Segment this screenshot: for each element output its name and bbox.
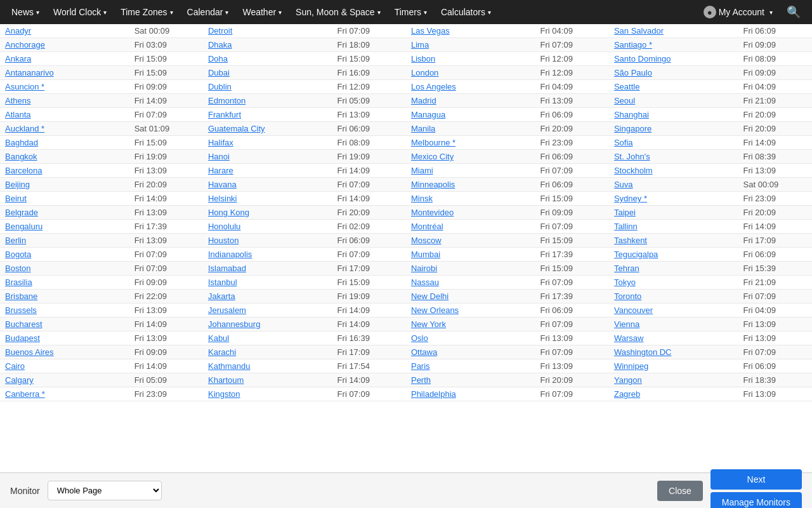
- city-link[interactable]: Mumbai: [411, 250, 440, 259]
- city-link[interactable]: Auckland *: [5, 124, 44, 133]
- city-link[interactable]: Belgrade: [5, 208, 38, 217]
- city-link[interactable]: Montréal: [411, 222, 443, 231]
- city-link[interactable]: Atlanta: [5, 110, 30, 119]
- city-link[interactable]: Warsaw: [614, 333, 643, 343]
- nav-calendar[interactable]: Calendar ▾: [181, 0, 235, 24]
- city-link[interactable]: New Orleans: [411, 305, 459, 315]
- city-link[interactable]: Edmonton: [208, 96, 246, 105]
- city-link[interactable]: Tokyo: [614, 277, 636, 287]
- city-link[interactable]: Tashkent: [614, 236, 647, 245]
- city-link[interactable]: Suva: [614, 180, 633, 189]
- city-link[interactable]: Montevideo: [411, 208, 454, 217]
- city-link[interactable]: Kabul: [208, 333, 229, 343]
- city-link[interactable]: Islamabad: [208, 264, 246, 273]
- nav-calculators[interactable]: Calculators ▾: [435, 0, 497, 24]
- city-link[interactable]: Helsinki: [208, 194, 237, 203]
- city-link[interactable]: Tehran: [614, 264, 639, 273]
- city-link[interactable]: Madrid: [411, 96, 436, 105]
- city-link[interactable]: San Salvador: [614, 26, 664, 36]
- city-link[interactable]: Barcelona: [5, 166, 43, 175]
- search-button[interactable]: 🔍: [780, 0, 807, 24]
- city-link[interactable]: Brussels: [5, 305, 37, 315]
- city-link[interactable]: Khartoum: [208, 375, 244, 385]
- city-link[interactable]: Budapest: [5, 333, 40, 343]
- city-link[interactable]: Halifax: [208, 138, 233, 147]
- city-link[interactable]: Houston: [208, 236, 239, 245]
- city-link[interactable]: Santo Domingo: [614, 54, 671, 64]
- city-link[interactable]: Hanoi: [208, 152, 230, 161]
- city-link[interactable]: Anchorage: [5, 40, 45, 50]
- nav-sun-moon[interactable]: Sun, Moon & Space ▾: [289, 0, 387, 24]
- city-link[interactable]: Perth: [411, 375, 431, 385]
- nav-time-zones[interactable]: Time Zones ▾: [114, 0, 179, 24]
- city-link[interactable]: Sydney *: [614, 194, 647, 203]
- city-link[interactable]: Tallinn: [614, 222, 638, 231]
- nav-world-clock[interactable]: World Clock ▾: [47, 0, 113, 24]
- city-link[interactable]: Lisbon: [411, 54, 435, 64]
- city-link[interactable]: Beirut: [5, 194, 27, 203]
- city-link[interactable]: Zagreb: [614, 389, 640, 399]
- city-link[interactable]: Calgary: [5, 375, 34, 385]
- city-link[interactable]: Vancouver: [614, 305, 653, 315]
- city-link[interactable]: Hong Kong: [208, 208, 249, 217]
- city-link[interactable]: Yangon: [614, 375, 642, 385]
- city-link[interactable]: Brasilia: [5, 277, 32, 287]
- city-link[interactable]: São Paulo: [614, 68, 652, 77]
- city-link[interactable]: Nairobi: [411, 264, 437, 273]
- city-link[interactable]: Asuncion *: [5, 82, 44, 91]
- city-link[interactable]: Jerusalem: [208, 305, 246, 315]
- city-link[interactable]: Ottawa: [411, 347, 437, 357]
- city-link[interactable]: Jakarta: [208, 291, 235, 301]
- city-link[interactable]: Bengaluru: [5, 222, 43, 231]
- city-link[interactable]: Seoul: [614, 96, 635, 105]
- city-link[interactable]: Tegucigalpa: [614, 250, 658, 259]
- nav-weather[interactable]: Weather ▾: [236, 0, 288, 24]
- city-link[interactable]: Doha: [208, 54, 228, 64]
- city-link[interactable]: Miami: [411, 166, 433, 175]
- city-link[interactable]: Antananarivo: [5, 68, 54, 77]
- city-link[interactable]: St. John's: [614, 152, 650, 161]
- city-link[interactable]: Oslo: [411, 333, 428, 343]
- city-link[interactable]: Nassau: [411, 277, 439, 287]
- city-link[interactable]: Minsk: [411, 194, 433, 203]
- city-link[interactable]: Stockholm: [614, 166, 653, 175]
- city-link[interactable]: Baghdad: [5, 138, 38, 147]
- city-link[interactable]: Shanghai: [614, 110, 649, 119]
- city-link[interactable]: Dublin: [208, 82, 232, 91]
- nav-my-account[interactable]: ● My Account ▾: [697, 0, 779, 24]
- city-link[interactable]: Bogota: [5, 250, 31, 259]
- city-link[interactable]: Manila: [411, 124, 435, 133]
- city-link[interactable]: Johannesburg: [208, 319, 260, 329]
- city-link[interactable]: Harare: [208, 166, 233, 175]
- city-link[interactable]: Ankara: [5, 54, 31, 64]
- city-link[interactable]: Athens: [5, 96, 30, 105]
- city-link[interactable]: Singapore: [614, 124, 652, 133]
- city-link[interactable]: Paris: [411, 361, 430, 371]
- city-link[interactable]: Sofia: [614, 138, 633, 147]
- city-link[interactable]: Vienna: [614, 319, 639, 329]
- next-button[interactable]: Next: [710, 469, 802, 473]
- city-link[interactable]: Brisbane: [5, 291, 37, 301]
- city-link[interactable]: Taipei: [614, 208, 636, 217]
- city-link[interactable]: Kingston: [208, 389, 240, 399]
- city-link[interactable]: Seattle: [614, 82, 639, 91]
- city-link[interactable]: Bangkok: [5, 152, 37, 161]
- city-link[interactable]: New York: [411, 319, 446, 329]
- city-link[interactable]: Winnipeg: [614, 361, 648, 371]
- city-link[interactable]: Beijing: [5, 180, 30, 189]
- city-link[interactable]: Los Angeles: [411, 82, 456, 91]
- city-link[interactable]: London: [411, 68, 438, 77]
- city-link[interactable]: Lima: [411, 40, 429, 50]
- city-link[interactable]: Indianapolis: [208, 250, 252, 259]
- city-link[interactable]: Santiago *: [614, 40, 652, 50]
- city-link[interactable]: Las Vegas: [411, 26, 450, 36]
- nav-timers[interactable]: Timers ▾: [388, 0, 433, 24]
- city-link[interactable]: Kathmandu: [208, 361, 251, 371]
- city-link[interactable]: Philadelphia: [411, 389, 456, 399]
- city-link[interactable]: Detroit: [208, 26, 232, 36]
- city-link[interactable]: Berlin: [5, 236, 26, 245]
- city-link[interactable]: Toronto: [614, 291, 641, 301]
- city-link[interactable]: Havana: [208, 180, 237, 189]
- city-link[interactable]: Washington DC: [614, 347, 672, 357]
- city-link[interactable]: Karachi: [208, 347, 236, 357]
